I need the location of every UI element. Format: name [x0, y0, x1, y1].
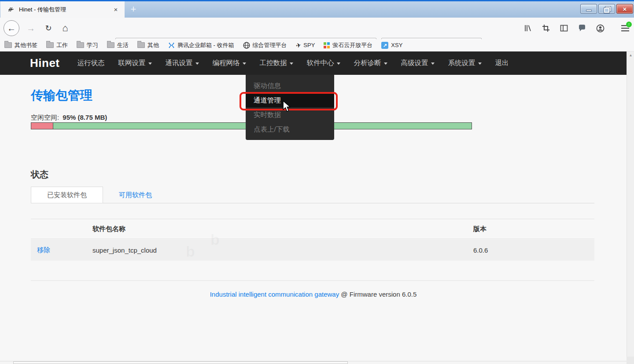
menu-item-point-table[interactable]: 点表上/下载 [246, 122, 334, 136]
home-button[interactable]: ⌂ [57, 20, 73, 36]
update-available-badge: ↑ [626, 22, 632, 27]
folder-icon [137, 42, 145, 48]
bookmark-label: 综合管理平台 [253, 41, 287, 49]
bookmark-item[interactable]: 萤石云开放平台 [324, 41, 372, 49]
bookmark-folder[interactable]: 其他 [137, 41, 159, 49]
home-icon: ⌂ [62, 23, 68, 33]
chevron-down-icon [337, 63, 340, 65]
sidebar-toggle-icon[interactable] [560, 24, 568, 33]
free-space-text: 空闲空间: 95% (8.75 MB) [31, 114, 107, 122]
pocket-speech-icon[interactable] [578, 24, 586, 33]
nav-item-programming-network[interactable]: 编程网络 [213, 59, 246, 68]
reload-icon: ↻ [45, 24, 52, 32]
bookmark-label: 腾讯企业邮箱 - 收件箱 [177, 41, 234, 49]
bookmark-item[interactable]: 综合管理平台 [243, 41, 287, 49]
chevron-down-icon [431, 63, 435, 65]
nav-item-diagnostics[interactable]: 分析诊断 [354, 59, 387, 68]
nav-item-network-settings[interactable]: 联网设置 [118, 59, 152, 68]
remove-package-link[interactable]: 移除 [37, 246, 50, 254]
divider [31, 280, 594, 281]
chevron-down-icon [243, 63, 246, 65]
watermark: b [210, 231, 220, 248]
reload-button[interactable]: ↻ [41, 20, 56, 36]
hinet-favicon-icon [7, 6, 15, 13]
nav-menu: 运行状态 联网设置 通讯设置 编程网络 工控数据 软件中心 分析诊断 高级设置 … [77, 59, 509, 68]
globe-icon [243, 42, 250, 49]
chevron-down-icon [478, 63, 482, 65]
scrollbar-corner [627, 357, 634, 364]
horizontal-scrollbar[interactable] [0, 361, 627, 364]
gateway-link[interactable]: Industrial intelligent communication gat… [210, 290, 339, 298]
restore-button[interactable] [598, 4, 615, 14]
titlebar: Hinet - 传输包管理 × + × [0, 1, 634, 18]
package-tabs: 已安装软件包 可用软件包 [31, 187, 168, 203]
tab-available-packages[interactable]: 可用软件包 [103, 187, 168, 203]
nav-item-system-settings[interactable]: 系统设置 [448, 59, 482, 68]
menu-item-driver-info[interactable]: 驱动信息 [246, 78, 334, 93]
vertical-scrollbar[interactable]: ▲ ▼ [627, 51, 634, 364]
account-icon[interactable] [596, 24, 605, 33]
close-tab-icon[interactable]: × [111, 5, 120, 14]
bookmark-item[interactable]: 腾讯企业邮箱 - 收件箱 [168, 41, 234, 49]
app-navbar: Hinet 运行状态 联网设置 通讯设置 编程网络 工控数据 软件中心 分析诊断… [0, 51, 627, 75]
bookmark-label: 其他 [147, 41, 159, 49]
horizontal-scroll-thumb[interactable] [13, 361, 348, 364]
mouse-cursor-icon [282, 100, 291, 112]
nav-item-software-center[interactable]: 软件中心 [307, 59, 340, 68]
folder-icon [46, 42, 54, 48]
bookmark-label: 生活 [117, 41, 129, 49]
forward-button[interactable]: → [23, 20, 39, 36]
bookmark-label: XSY [391, 42, 402, 48]
scroll-up-icon[interactable]: ▲ [627, 51, 634, 59]
toolbar-icons: ↑ [523, 20, 630, 36]
table-row: 移除 super_json_tcp_cloud 6.0.6 [31, 239, 594, 261]
back-icon: ← [7, 24, 16, 33]
bookmark-folder[interactable]: 工作 [46, 41, 68, 49]
brand-logo[interactable]: Hinet [30, 56, 60, 70]
browser-tab[interactable]: Hinet - 传输包管理 × [0, 1, 125, 18]
close-icon: × [623, 6, 627, 12]
chevron-down-icon [148, 63, 152, 65]
minimize-button[interactable] [580, 4, 597, 14]
table-header-row: 软件包名称 版本 [31, 219, 594, 239]
bookmark-label: 工作 [56, 41, 68, 49]
divider [31, 203, 594, 203]
nav-item-comm-settings[interactable]: 通讯设置 [166, 59, 199, 68]
package-name-column-header: 软件包名称 [92, 225, 473, 233]
color-dots-icon [324, 42, 330, 48]
watermark: b [186, 243, 195, 260]
close-window-button[interactable]: × [616, 4, 633, 14]
chevron-down-icon [195, 63, 199, 65]
tencent-mail-icon [168, 42, 175, 49]
free-space-label: 空闲空间: [31, 114, 59, 121]
new-tab-button[interactable]: + [127, 3, 140, 16]
package-name-cell: super_json_tcp_cloud [92, 246, 473, 254]
bookmark-folder[interactable]: 生活 [107, 41, 129, 49]
bookmark-folder[interactable]: 学习 [77, 41, 98, 49]
section-heading-status: 状态 [31, 169, 48, 180]
bookmark-label: 其他书签 [15, 41, 37, 49]
browser-toolbar: ← → ↻ ⌂ 192.168.9.99 /cgi-bin/luci/;stok… [0, 18, 634, 39]
page-title: 传输包管理 [31, 87, 92, 104]
nav-item-advanced-settings[interactable]: 高级设置 [401, 59, 435, 68]
nav-item-running-status[interactable]: 运行状态 [77, 59, 105, 68]
nav-item-industrial-data[interactable]: 工控数据 [260, 59, 293, 68]
bookmark-label: 学习 [87, 41, 98, 49]
chevron-down-icon [290, 63, 293, 65]
arrow-square-icon: ↗ [381, 42, 388, 49]
bookmark-label: SPY [303, 42, 315, 48]
nav-item-logout[interactable]: 退出 [495, 59, 509, 68]
tab-title: Hinet - 传输包管理 [19, 6, 111, 14]
screenshot-crop-icon[interactable] [542, 24, 550, 33]
menu-hamburger-icon[interactable]: ↑ [621, 24, 630, 33]
forward-icon: → [26, 24, 35, 33]
used-space-segment [31, 123, 53, 129]
bookmark-item[interactable]: ↗ XSY [381, 42, 402, 49]
bookmark-folder[interactable]: 其他书签 [4, 41, 37, 49]
back-button[interactable]: ← [4, 20, 19, 36]
browser-window: Hinet - 传输包管理 × + × ← → ↻ ⌂ 192.168.9.99… [0, 0, 634, 364]
library-icon[interactable] [523, 24, 532, 33]
tab-installed-packages[interactable]: 已安装软件包 [31, 187, 103, 203]
bookmark-item[interactable]: ✈ SPY [296, 42, 315, 49]
restore-icon [604, 7, 609, 11]
